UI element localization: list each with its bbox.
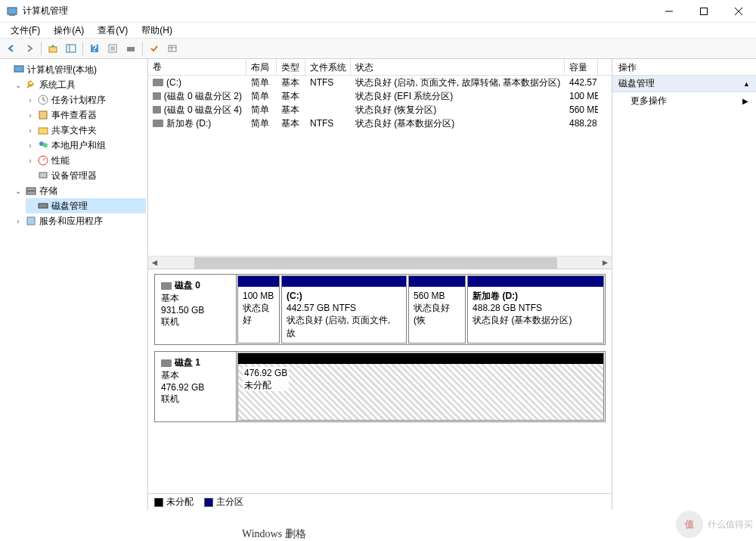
maximize-button[interactable]	[686, 0, 721, 23]
refresh-button[interactable]	[122, 40, 139, 57]
partition-unallocated[interactable]: 476.92 GB未分配	[237, 353, 604, 421]
svg-text:?: ?	[91, 43, 97, 54]
svg-rect-29	[26, 191, 36, 194]
show-hide-tree-button[interactable]	[63, 40, 79, 57]
svg-point-16	[132, 48, 134, 50]
actions-header: 操作	[612, 59, 756, 76]
actions-panel: 操作 磁盘管理 ▲ 更多操作 ▶	[612, 59, 756, 510]
volume-row[interactable]: (磁盘 0 磁盘分区 4)简单基本状态良好 (恢复分区)560 MB	[148, 103, 612, 117]
menu-file[interactable]: 文件(F)	[5, 23, 46, 39]
scrollbar-thumb[interactable]	[194, 257, 557, 269]
tree-performance[interactable]: ›性能	[26, 153, 146, 168]
menu-action[interactable]: 操作(A)	[48, 23, 90, 39]
svg-point-25	[43, 143, 48, 148]
tree-storage[interactable]: ⌄ 存储	[14, 183, 146, 198]
drive-icon	[161, 282, 172, 290]
partition[interactable]: 560 MB状态良好 (恢	[408, 275, 466, 344]
partition-header	[468, 276, 603, 287]
up-button[interactable]	[45, 40, 61, 57]
volume-layout: 简单	[246, 104, 277, 117]
volume-capacity: 100 MB	[565, 91, 598, 101]
volume-row[interactable]: 新加卷 (D:)简单基本NTFS状态良好 (基本数据分区)488.28	[148, 117, 612, 130]
col-header-type[interactable]: 类型	[277, 59, 305, 75]
expand-icon[interactable]: ›	[26, 141, 35, 150]
expand-icon[interactable]: ›	[26, 96, 35, 104]
volume-list-header: 卷 布局 类型 文件系统 状态 容量	[148, 59, 612, 76]
svg-rect-1	[9, 14, 15, 16]
col-header-layout[interactable]: 布局	[246, 59, 277, 75]
tree-device-manager[interactable]: 设备管理器	[26, 168, 146, 183]
svg-rect-22	[39, 111, 47, 119]
expand-icon[interactable]: ›	[14, 217, 23, 225]
volume-type: 基本	[277, 76, 305, 89]
tree-system-tools[interactable]: ⌄ 系统工具	[14, 77, 146, 92]
disk-size: 931.50 GB	[161, 305, 230, 316]
partition[interactable]: 新加卷 (D:)488.28 GB NTFS状态良好 (基本数据分区)	[467, 275, 604, 344]
volume-status: 状态良好 (基本数据分区)	[351, 117, 565, 130]
expand-icon[interactable]: ›	[26, 157, 35, 165]
svg-rect-17	[169, 45, 176, 51]
clock-icon	[37, 94, 49, 106]
collapse-icon[interactable]: ⌄	[14, 187, 23, 195]
col-header-status[interactable]: 状态	[351, 59, 565, 75]
partition[interactable]: (C:)442.57 GB NTFS状态良好 (启动, 页面文件, 故	[281, 275, 407, 344]
collapse-icon[interactable]: ⌄	[14, 81, 23, 89]
disk-info[interactable]: 磁盘 0 基本 931.50 GB 联机	[155, 275, 237, 344]
partition-header	[238, 353, 603, 364]
device-icon	[37, 169, 49, 182]
volume-name: 新加卷 (D:)	[166, 117, 211, 130]
volume-row[interactable]: (C:)简单基本NTFS状态良好 (启动, 页面文件, 故障转储, 基本数据分区…	[148, 76, 612, 89]
tree-local-users[interactable]: ›本地用户和组	[26, 138, 146, 153]
horizontal-scrollbar[interactable]: ◄ ►	[148, 256, 612, 269]
partition-name: 新加卷 (D:)	[472, 290, 599, 302]
menu-view[interactable]: 查看(V)	[91, 23, 134, 39]
tree-disk-management[interactable]: 磁盘管理	[26, 198, 146, 213]
volume-name: (C:)	[166, 77, 181, 88]
detail-view-button[interactable]	[164, 40, 181, 57]
computer-icon	[13, 64, 25, 76]
watermark-badge: 值	[676, 511, 703, 538]
disk-row: 磁盘 1 基本 476.92 GB 联机 476.92 GB未分配	[154, 351, 606, 422]
tree-label: 设备管理器	[51, 169, 97, 182]
tree-task-scheduler[interactable]: ›任务计划程序	[26, 92, 146, 107]
folder-icon	[37, 124, 49, 136]
list-view-button[interactable]	[146, 40, 163, 57]
col-header-volume[interactable]: 卷	[148, 59, 246, 75]
actions-more[interactable]: 更多操作 ▶	[612, 92, 756, 109]
partition[interactable]: 100 MB状态良好	[237, 275, 280, 344]
navigation-tree: 计算机管理(本地) ⌄ 系统工具 ›任务计划程序 ›事件查看器 ›共享文件夹 ›…	[0, 59, 148, 510]
tree-shared-folders[interactable]: ›共享文件夹	[26, 123, 146, 138]
close-button[interactable]	[721, 0, 756, 23]
tree-label: 服务和应用程序	[39, 215, 103, 228]
expand-icon[interactable]: ›	[26, 126, 35, 135]
tree-services-apps[interactable]: ›服务和应用程序	[14, 213, 146, 229]
svg-rect-32	[27, 217, 35, 225]
minimize-button[interactable]	[652, 0, 686, 23]
drive-icon	[161, 359, 172, 367]
tree-event-viewer[interactable]: ›事件查看器	[26, 107, 146, 123]
drive-icon	[153, 106, 161, 113]
col-header-capacity[interactable]: 容量	[565, 59, 598, 75]
app-icon	[6, 5, 18, 17]
properties-button[interactable]	[104, 40, 121, 57]
volume-row[interactable]: (磁盘 0 磁盘分区 2)简单基本状态良好 (EFI 系统分区)100 MB	[148, 89, 612, 103]
menu-help[interactable]: 帮助(H)	[135, 23, 178, 39]
col-header-fs[interactable]: 文件系统	[305, 59, 351, 75]
scroll-right-icon[interactable]: ►	[599, 257, 612, 269]
legend-primary: 主分区	[204, 496, 243, 508]
watermark-text: 什么值得买	[708, 518, 753, 531]
tree-root[interactable]: 计算机管理(本地)	[2, 62, 146, 77]
disk-info[interactable]: 磁盘 1 基本 476.92 GB 联机	[155, 352, 237, 421]
svg-rect-28	[26, 188, 36, 191]
back-button[interactable]	[3, 40, 20, 57]
disk-name: 磁盘 1	[175, 356, 200, 369]
forward-button[interactable]	[21, 40, 38, 57]
svg-rect-20	[14, 66, 23, 72]
volume-layout: 简单	[246, 117, 277, 130]
actions-section-disk-mgmt[interactable]: 磁盘管理 ▲	[612, 76, 756, 92]
legend: 未分配 主分区	[148, 493, 612, 510]
scroll-left-icon[interactable]: ◄	[148, 257, 161, 269]
expand-icon[interactable]: ›	[26, 111, 35, 120]
disk-status: 联机	[161, 316, 230, 328]
help-button[interactable]: ?	[86, 40, 103, 57]
